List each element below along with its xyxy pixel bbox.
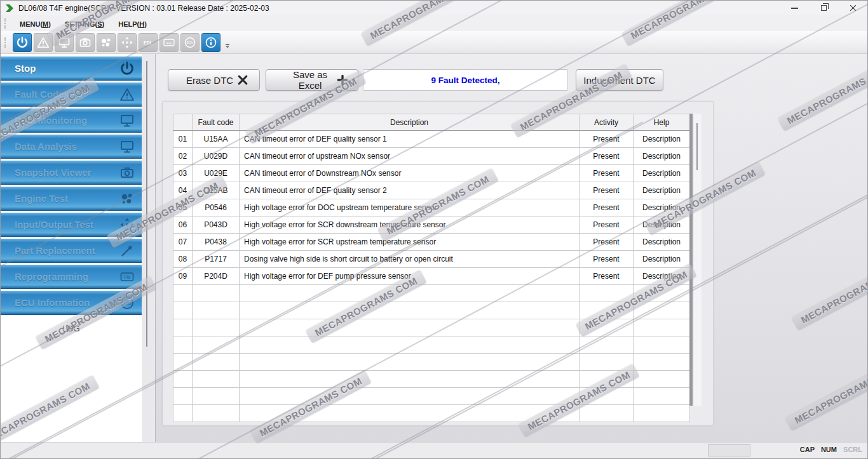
table-edge	[689, 114, 693, 406]
fault-row-06[interactable]: 06P043DHigh voltage error for SCR downst…	[173, 216, 690, 234]
caps-lock-indicator: CAP	[800, 446, 815, 453]
description-cell: High voltage error for SCR downstream te…	[240, 216, 580, 234]
activity-cell: Present	[580, 131, 634, 148]
activity-cell	[580, 302, 634, 319]
sidebar-item-ecu-information[interactable]: ECU InformationECU	[1, 291, 142, 315]
sidebar-item-engine-test[interactable]: Engine Test	[1, 187, 142, 211]
fault-row-04[interactable]: 04U15ABCAN timeout error of DEF quality …	[173, 182, 690, 199]
restore-button[interactable]	[809, 1, 838, 15]
minimize-icon	[791, 8, 798, 9]
menu-item-h[interactable]: HELP(H)	[111, 20, 154, 28]
sidebar-item-part-replacement[interactable]: Part Replacement	[1, 239, 142, 263]
save-as-excel-button[interactable]: Save as Excel	[266, 69, 358, 91]
help-link-cell	[634, 354, 690, 371]
header-no	[173, 114, 193, 131]
description-cell	[240, 319, 580, 336]
toolbar-ecu-button[interactable]: ECU	[180, 33, 200, 52]
toolbar-gears-button[interactable]	[97, 33, 116, 52]
table-scrollbar[interactable]	[694, 114, 702, 406]
close-button[interactable]	[838, 1, 867, 15]
help-link-cell	[634, 388, 690, 405]
log-label[interactable]: LOG	[1, 324, 142, 333]
gears-icon	[119, 190, 135, 207]
fault-row-03[interactable]: 03U029ECAN timeout error of Downstream N…	[173, 165, 690, 182]
tool-icon	[119, 243, 135, 259]
fault-code-cell	[193, 336, 240, 354]
toolbar-grip[interactable]	[4, 37, 8, 48]
fault-code-cell: P0546	[193, 199, 240, 216]
activity-cell: Present	[580, 199, 634, 216]
toolbar-monitor-button[interactable]	[55, 33, 74, 52]
help-link-cell	[634, 285, 690, 302]
inducement-dtc-button[interactable]: Inducement DTC	[576, 69, 663, 91]
toolbar-camera-button[interactable]	[76, 33, 95, 52]
empty-row	[173, 285, 690, 302]
toolbar-edl-button[interactable]: EDL	[139, 33, 158, 52]
help-link-cell[interactable]: Description	[634, 251, 690, 268]
activity-cell: Present	[580, 251, 634, 268]
row-number	[173, 371, 193, 388]
fault-row-05[interactable]: 05P0546High voltage error for DOC upstre…	[173, 199, 690, 216]
erase-x-icon	[236, 74, 249, 86]
fault-row-07[interactable]: 07P0438High voltage error for SCR upstre…	[173, 234, 690, 251]
description-cell	[240, 388, 580, 405]
toolbar-power-button[interactable]	[13, 33, 32, 52]
erase-dtc-button[interactable]: Erase DTC	[168, 69, 260, 91]
sidebar-item-stop[interactable]: Stop	[1, 57, 142, 81]
ecu-icon: ECU	[119, 295, 135, 311]
row-number: 06	[173, 216, 193, 234]
help-link-cell[interactable]: Description	[634, 182, 690, 199]
toolbar-move-button[interactable]	[118, 33, 137, 52]
description-cell: CAN timeout error of DEF quality sensor …	[240, 131, 580, 148]
fault-code-cell	[193, 388, 240, 405]
sidebar-item-snapshot-viewer[interactable]: Snapshot Viewer	[1, 161, 142, 185]
table-scrollbar-thumb[interactable]	[696, 123, 698, 170]
toolbar-flash-button[interactable]: Fla	[159, 33, 179, 52]
activity-cell	[580, 319, 634, 336]
help-link-cell[interactable]: Description	[634, 165, 690, 182]
sidebar-item-input-output-test[interactable]: Input/Output Test	[1, 213, 142, 237]
activity-cell	[580, 405, 634, 422]
minimize-button[interactable]	[780, 1, 809, 15]
row-number: 04	[173, 182, 193, 199]
header-activity: Activity	[580, 114, 634, 131]
fault-row-01[interactable]: 01U15AACAN timeout error of DEF quality …	[173, 131, 690, 148]
sidebar-item-data-analysis[interactable]: Data Analysis	[1, 135, 142, 159]
svg-text:ECU: ECU	[123, 301, 132, 305]
row-number: 02	[173, 148, 193, 165]
menu-item-m[interactable]: MENU(M)	[13, 20, 58, 28]
move-icon	[119, 216, 135, 233]
sidebar-scrollbar[interactable]	[146, 61, 147, 347]
help-link-cell[interactable]: Description	[634, 199, 690, 216]
power-icon	[16, 36, 29, 49]
fault-table-panel: Fault code Description Activity Help 01U…	[162, 101, 714, 426]
toolbar-overflow-button[interactable]	[224, 34, 231, 51]
fault-code-cell	[193, 405, 240, 422]
content-area: StopFault CodesData MonitoringData Analy…	[1, 54, 867, 442]
sidebar-item-fault-codes[interactable]: Fault Codes	[1, 83, 142, 107]
help-link-cell[interactable]: Description	[634, 234, 690, 251]
toolbar-info-button[interactable]	[201, 33, 220, 52]
sidebar-item-reprogramming[interactable]: ReprogrammingFla	[1, 265, 142, 289]
fault-code-cell	[193, 371, 240, 388]
menubar-grip[interactable]	[4, 18, 8, 29]
fault-row-09[interactable]: 09P204DHigh voltage error for DEF pump p…	[173, 268, 690, 285]
fault-row-02[interactable]: 02U029DCAN timeout error of upstream NOx…	[173, 148, 690, 165]
toolbar-warning-button[interactable]	[34, 33, 53, 52]
camera-icon	[119, 164, 135, 181]
empty-row	[173, 302, 690, 319]
warning-icon	[119, 86, 135, 103]
description-cell	[240, 405, 580, 422]
menu-item-s[interactable]: SETTING(S)	[58, 20, 111, 28]
activity-cell: Present	[580, 165, 634, 182]
restore-icon	[821, 5, 827, 11]
row-number: 07	[173, 234, 193, 251]
window-title: DL06/08 T4F engine(SCR) - VERSION : 03.0…	[18, 4, 269, 13]
help-link-cell[interactable]: Description	[634, 268, 690, 285]
help-link-cell[interactable]: Description	[634, 216, 690, 234]
help-link-cell[interactable]: Description	[634, 131, 690, 148]
sidebar-item-data-monitoring[interactable]: Data Monitoring	[1, 109, 142, 133]
help-link-cell[interactable]: Description	[634, 148, 690, 165]
svg-text:Fla: Fla	[166, 41, 172, 44]
fault-row-08[interactable]: 08P1717Dosing valve high side is short c…	[173, 251, 690, 268]
